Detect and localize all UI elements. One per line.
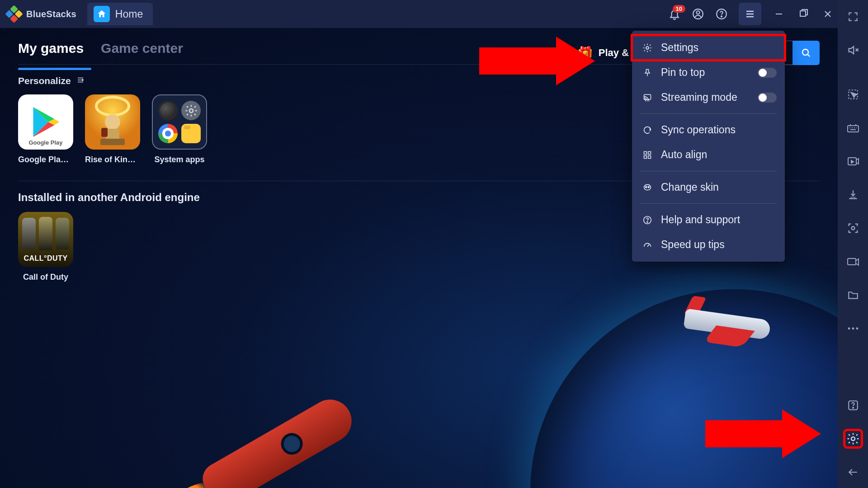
right-sidebar: APK — [838, 0, 868, 488]
tab-my-games[interactable]: My games — [18, 41, 84, 56]
video-icon[interactable] — [845, 254, 861, 269]
menu-label: Help and support — [661, 214, 740, 226]
svg-point-38 — [852, 407, 853, 408]
app-label: System apps — [152, 155, 207, 164]
svg-rect-14 — [101, 128, 108, 137]
rise-of-kingdoms-icon — [85, 94, 140, 150]
menu-separator — [640, 203, 777, 204]
app-label: Google Play … — [18, 155, 73, 164]
bluestacks-logo-icon — [6, 6, 22, 22]
menu-label: Streaming mode — [661, 91, 737, 103]
record-icon[interactable] — [845, 154, 861, 169]
svg-point-11 — [96, 97, 129, 115]
pin-toggle[interactable] — [758, 68, 777, 78]
svg-point-39 — [851, 437, 855, 441]
title-bar: BlueStacks Home 10 — [0, 0, 868, 28]
home-icon — [94, 6, 110, 22]
menu-item-settings[interactable]: Settings — [632, 35, 785, 60]
personalize-label: Personalize — [18, 75, 71, 86]
svg-point-12 — [105, 114, 120, 130]
close-button[interactable] — [821, 7, 835, 21]
menu-label: Sync operations — [661, 124, 736, 136]
svg-point-27 — [647, 221, 648, 222]
help-box-icon[interactable] — [845, 398, 861, 413]
app-system-apps[interactable]: System apps — [152, 94, 207, 164]
menu-label: Pin to top — [661, 66, 705, 79]
svg-rect-29 — [848, 126, 859, 132]
svg-point-7 — [721, 16, 722, 17]
app-rise-of-kingdoms[interactable]: Rise of Kingd… — [85, 94, 140, 164]
app-label: Call of Duty — [18, 272, 73, 282]
grid-icon — [642, 150, 653, 160]
svg-point-16 — [189, 109, 193, 113]
menu-item-pin-to-top[interactable]: Pin to top — [632, 60, 785, 85]
volume-mute-icon[interactable] — [845, 42, 861, 58]
svg-point-36 — [856, 328, 858, 330]
more-icon[interactable] — [845, 321, 861, 336]
tab-home-label: Home — [115, 8, 143, 20]
notifications-icon[interactable]: 10 — [668, 8, 681, 20]
svg-rect-21 — [644, 155, 647, 158]
svg-point-34 — [848, 328, 850, 330]
app-call-of-duty[interactable]: CALL°DUTY Call of Duty — [18, 212, 73, 282]
app-label: Rise of Kingd… — [85, 155, 140, 164]
hamburger-menu-button[interactable] — [739, 3, 761, 25]
gear-icon — [642, 43, 653, 53]
menu-item-change-skin[interactable]: Change skin — [632, 175, 785, 200]
svg-text:APK: APK — [850, 196, 856, 199]
cursor-lock-icon[interactable] — [845, 87, 861, 102]
svg-rect-8 — [800, 11, 806, 16]
sidebar-settings-icon[interactable] — [845, 431, 861, 446]
help-circle-icon — [642, 215, 653, 225]
keyboard-icon[interactable] — [845, 120, 861, 136]
gauge-icon — [642, 240, 653, 250]
menu-item-streaming-mode[interactable]: Streaming mode — [632, 85, 785, 110]
svg-point-5 — [697, 11, 700, 14]
pin-icon — [642, 68, 653, 77]
call-of-duty-icon: CALL°DUTY — [18, 212, 73, 267]
tab-game-center[interactable]: Game center — [101, 41, 183, 56]
menu-label: Speed up tips — [661, 239, 725, 251]
help-icon[interactable] — [715, 8, 728, 20]
fullscreen-icon[interactable] — [845, 9, 861, 24]
svg-marker-41 — [705, 409, 821, 458]
menu-separator — [640, 113, 777, 114]
notification-badge: 10 — [673, 5, 685, 13]
minimize-button[interactable] — [772, 7, 786, 21]
app-logo: BlueStacks — [0, 6, 83, 22]
svg-rect-33 — [848, 258, 856, 265]
back-icon[interactable] — [845, 465, 861, 480]
folder-icon[interactable] — [845, 287, 861, 303]
maximize-button[interactable] — [797, 7, 810, 21]
app-name: BlueStacks — [26, 9, 76, 19]
system-apps-icon — [152, 94, 207, 150]
app-google-play[interactable]: Google Play Google Play … — [18, 94, 73, 164]
cod-logo-text: CALL°DUTY — [18, 254, 73, 263]
svg-point-25 — [648, 186, 649, 188]
install-apk-icon[interactable]: APK — [845, 187, 861, 202]
menu-item-auto-align[interactable]: Auto align — [632, 142, 785, 167]
tab-home[interactable]: Home — [87, 3, 153, 25]
svg-rect-15 — [100, 139, 125, 145]
svg-rect-23 — [644, 184, 651, 190]
streaming-toggle[interactable] — [758, 93, 777, 103]
menu-item-help-support[interactable]: Help and support — [632, 207, 785, 232]
menu-item-speed-up-tips[interactable]: Speed up tips — [632, 232, 785, 257]
menu-separator — [640, 171, 777, 171]
annotation-arrow-settings — [479, 34, 597, 88]
svg-point-35 — [852, 328, 854, 330]
svg-point-24 — [646, 186, 647, 188]
svg-rect-19 — [644, 151, 647, 154]
screenshot-icon[interactable] — [845, 221, 861, 236]
svg-point-17 — [646, 47, 649, 49]
account-icon[interactable] — [692, 8, 704, 20]
menu-item-sync-operations[interactable]: Sync operations — [632, 117, 785, 142]
svg-rect-18 — [644, 94, 651, 99]
menu-label: Change skin — [661, 181, 719, 193]
mask-icon — [642, 183, 653, 192]
svg-point-10 — [82, 80, 83, 81]
personalize-options-icon[interactable] — [76, 75, 85, 86]
search-button[interactable] — [793, 41, 820, 65]
svg-point-32 — [851, 227, 854, 230]
svg-rect-20 — [648, 151, 651, 154]
